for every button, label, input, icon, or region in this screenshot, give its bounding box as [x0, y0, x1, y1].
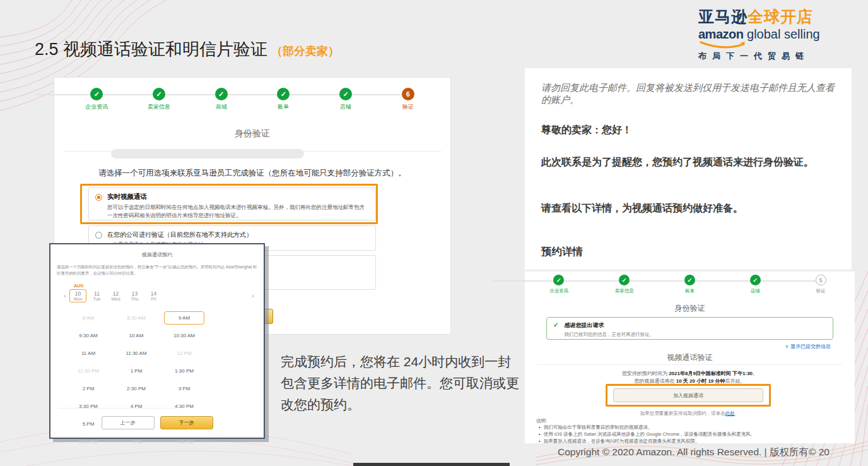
step-connector — [221, 94, 284, 95]
step-connector — [690, 280, 756, 282]
time-slot[interactable]: 1 PM — [116, 364, 156, 378]
popup-actions: 上一步 下一步 — [50, 416, 264, 429]
check-icon — [218, 90, 224, 99]
scheduled-time: 2021年8月9日中国标准时间 下午1:30 — [669, 371, 753, 376]
time-slot[interactable]: 9 AM — [164, 311, 204, 325]
check-icon — [343, 90, 348, 99]
registration-progress-steps: 企业资讯 卖家信息 商城 账单 店铺 — [66, 88, 439, 111]
success-title: 感谢您提出请求 — [564, 321, 654, 330]
chevron-left-icon[interactable]: ‹ — [61, 292, 69, 299]
email-details-heading: 预约详情 — [541, 245, 835, 259]
chevron-right-icon[interactable]: › — [249, 292, 257, 299]
time-slot[interactable]: 1:30 PM — [164, 364, 204, 378]
time-slot[interactable]: 8 AM — [68, 311, 108, 325]
time-slot[interactable]: 9:30 AM — [68, 329, 108, 342]
step-label: 卖家信息 — [615, 288, 634, 294]
show-submitted-info-link[interactable]: ∨ 显示已提交的信息 — [785, 343, 831, 350]
day-option[interactable]: 13 Thu — [126, 290, 143, 302]
next-button[interactable]: 下一步 — [160, 416, 213, 429]
check-icon — [688, 277, 693, 284]
step-connector — [755, 280, 821, 282]
step-circle — [684, 275, 695, 285]
day-option[interactable]: 14 Fri — [145, 290, 162, 302]
step-circle — [750, 275, 761, 285]
radio-unselected-icon[interactable] — [95, 232, 102, 239]
check-icon — [281, 90, 286, 99]
step-label: 验证 — [402, 103, 414, 111]
slide: 亚马逊全球开店 amazon global selling 布局下一代贸易链 2… — [0, 0, 868, 466]
bottom-bar — [353, 463, 510, 466]
video-call-verification-screenshot: 企业资讯 卖家信息 账单 店铺 5 验证 身份验 — [525, 272, 855, 443]
step-connector — [283, 94, 346, 95]
progress-step: 账单 — [252, 88, 315, 111]
day-list: 10 Mon 11 Tue 12 Wed 13 Thu 14 Fri — [69, 289, 164, 302]
step-circle — [553, 275, 564, 285]
day-option[interactable]: 11 Tue — [88, 290, 105, 302]
step-label: 企业资讯 — [85, 103, 108, 111]
time-slot[interactable]: 2:30 PM — [116, 382, 156, 395]
join-video-call-button[interactable]: 加入视频通话 — [613, 388, 763, 402]
step-label: 商城 — [216, 103, 227, 111]
progress-step: 账单 — [657, 275, 723, 294]
time-slot[interactable]: 12:30 PM — [68, 364, 108, 378]
page-title-badge: （部分卖家） — [271, 45, 339, 57]
email-reminder: 此次联系是为了提醒您，您预约了视频通话来进行身份验证。 — [541, 156, 835, 169]
time-slot[interactable]: 2 PM — [68, 382, 108, 395]
time-slot[interactable]: 7 PM — [116, 435, 156, 448]
amazon-smile-icon — [700, 41, 749, 50]
step-connector — [346, 94, 408, 95]
logo-chinese: 亚马逊全球开店 — [698, 6, 820, 27]
time-slot[interactable]: 6:30 PM — [68, 435, 108, 448]
reschedule-link[interactable]: 此处 — [725, 410, 735, 416]
step-circle — [90, 88, 103, 100]
page-title: 2.5 视频通话验证和明信片验证（部分卖家） — [35, 38, 339, 61]
progress-step: 店铺 — [315, 88, 377, 111]
notes-heading: 说明: — [536, 418, 547, 424]
annotation-note: 完成预约后，您将在 24小时内收到一封包含更多详情的电子邮件。您可取消或更改您的… — [281, 351, 519, 416]
time-slot[interactable]: 4:30 PM — [164, 400, 204, 413]
step-label: 店铺 — [340, 103, 351, 111]
step-circle — [277, 88, 290, 100]
step-connector — [493, 280, 559, 282]
time-slot[interactable]: 11 AM — [68, 347, 108, 360]
step-connector — [35, 94, 97, 95]
time-slot[interactable]: 4 PM — [116, 400, 156, 413]
time-slot[interactable]: 3:30 PM — [68, 400, 108, 413]
copyright-text: Copyright © 2020 Amazon. All rights Rese… — [558, 446, 830, 459]
identity-verification-heading: 身份验证 — [54, 128, 450, 140]
day-option[interactable]: 12 Wed — [107, 290, 124, 302]
time-slot[interactable]: 10:30 AM — [164, 329, 204, 342]
grey-banner — [111, 149, 304, 158]
appointment-scheduler-popup: 视频通话预约 请选择一个日期和时间以重新安排您的预约，然后单击“下一步”以确认您… — [49, 243, 265, 439]
amazon-global-selling-logo: 亚马逊全球开店 amazon global selling 布局下一代贸易链 — [698, 6, 820, 62]
check-icon — [94, 90, 100, 99]
step-circle — [339, 88, 352, 100]
email-prepare: 请查看以下详情，为视频通话预约做好准备。 — [541, 202, 835, 215]
time-slot[interactable]: 8:30 AM — [116, 311, 156, 325]
divider — [58, 408, 175, 409]
time-slot[interactable]: 11:30 AM — [116, 347, 156, 360]
email-greeting: 尊敬的卖家：您好！ — [541, 124, 835, 137]
progress-step: 商城 — [190, 88, 252, 111]
step-circle — [619, 275, 630, 285]
time-slot[interactable]: 12 PM — [164, 347, 204, 360]
success-message-box: 感谢您提出请求 我们已收到您的信息，正在对其进行验证。 — [546, 317, 833, 340]
time-slot[interactable]: 7:30 PM — [164, 435, 204, 448]
highlight-box-option — [80, 184, 378, 224]
day-option[interactable]: 10 Mon — [69, 289, 86, 302]
time-slot[interactable]: 3 PM — [164, 382, 204, 395]
popup-instruction: 请选择一个日期和时间以重新安排您的预约，然后单击“下一步”以确认您的预约。所有时… — [57, 264, 257, 277]
divider — [537, 364, 842, 365]
step-connector — [559, 280, 625, 282]
bullet-icon: • — [539, 438, 541, 445]
step-circle — [215, 88, 228, 100]
notes-list: •我们可能会出于审核和质量目的录制您的视频通话。 •使用 iOS 设备上的 Sa… — [539, 424, 846, 445]
page-title-main: 2.5 视频通话验证和明信片验证 — [35, 40, 267, 59]
back-button[interactable]: 上一步 — [102, 416, 155, 429]
logo-tagline: 布局下一代贸易链 — [698, 51, 820, 62]
check-icon — [553, 321, 558, 335]
time-slot[interactable]: 10 AM — [116, 329, 156, 342]
step-label: 验证 — [816, 288, 826, 294]
progress-step: 6 验证 — [377, 88, 439, 111]
step-label: 账单 — [685, 288, 695, 294]
